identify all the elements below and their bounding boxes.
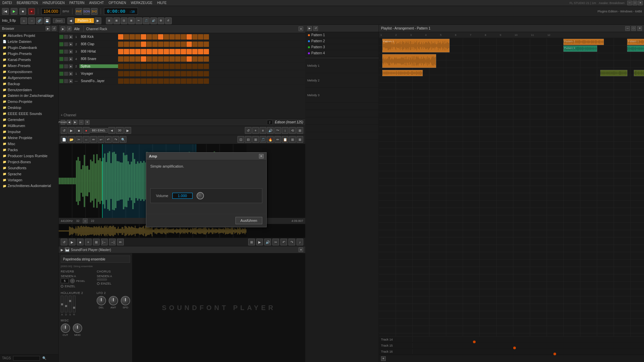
ed-bt-r2[interactable]: ⊞ xyxy=(93,239,100,245)
ed-r3-btn[interactable]: ≡ xyxy=(260,127,266,134)
tool3-button[interactable]: ⊡ xyxy=(121,17,127,24)
sf-hull-handle-r[interactable] xyxy=(73,307,75,309)
ed-next-btn[interactable]: ▶ xyxy=(73,120,77,125)
ed2-cut-btn[interactable]: ✂ xyxy=(75,136,82,143)
pad-sy-13[interactable] xyxy=(186,64,192,69)
pad-kick-2[interactable] xyxy=(124,34,129,40)
pad-hh-6[interactable] xyxy=(147,49,152,54)
tags-search-icon[interactable]: 🔍 xyxy=(42,356,46,360)
pad-kick-4[interactable] xyxy=(135,34,141,40)
pad-clap-12[interactable] xyxy=(181,42,186,47)
pad-sy-16[interactable] xyxy=(204,64,209,69)
sidebar-item-packs[interactable]: 📁 Packs xyxy=(0,147,58,153)
ed-bt-r11[interactable]: ↷ xyxy=(288,239,295,245)
ch-up-snare[interactable]: ▲ xyxy=(69,57,73,61)
sidebar-item-zerschnittenes[interactable]: 📁 Zerschnittenes Audiomaterial xyxy=(0,183,58,189)
pad-sf-6[interactable] xyxy=(147,78,152,84)
sf-hull-handle-d[interactable] xyxy=(65,305,67,307)
ch-name-hihat[interactable]: 808 HiHat xyxy=(79,50,118,53)
pad-kick-12[interactable] xyxy=(181,34,186,40)
sidebar-item-project-bones[interactable]: 📁 Project-Bones xyxy=(0,159,58,165)
snap-button[interactable]: ⌂ xyxy=(20,17,27,24)
pad-kick-6[interactable] xyxy=(147,34,152,40)
sf-lfo-spd-knob[interactable] xyxy=(121,296,130,305)
pad-sn-10[interactable] xyxy=(169,56,175,62)
song-mode-button[interactable]: SON xyxy=(83,8,90,15)
sidebar-item-mixer-presets[interactable]: 📁 Mixer-Presets xyxy=(0,63,58,69)
ch-solo-sytrus[interactable] xyxy=(64,64,68,68)
pad-sf-3[interactable] xyxy=(129,78,135,84)
sf-hull-slider-d[interactable] xyxy=(65,296,67,312)
amp-run-button[interactable]: Ausführen xyxy=(235,217,262,224)
sidebar-item-aktuelles-projekt[interactable]: 📁 Aktuelles Projekt xyxy=(0,33,58,39)
pad-sf-10[interactable] xyxy=(169,78,175,84)
ch-up-voyager[interactable]: ▲ xyxy=(69,72,73,76)
sf-misc-mod-knob[interactable] xyxy=(73,323,82,333)
pad-sf-7[interactable] xyxy=(152,78,158,84)
pad-clap-7[interactable] xyxy=(152,42,158,47)
menu-item-werkzeuge[interactable]: WERKZEUGE xyxy=(130,1,153,5)
ed-bt-r6[interactable]: ⊞ xyxy=(248,239,255,245)
ed2-r6-btn[interactable]: ✏ xyxy=(274,136,281,143)
ch-name-sytrus[interactable]: Sytrus xyxy=(79,64,118,68)
sidebar-item-demo-projekte[interactable]: 📁 Demo-Projekte xyxy=(0,99,58,105)
pad-hh-11[interactable] xyxy=(175,49,180,54)
ed2-redo-btn[interactable]: ↷ xyxy=(112,136,119,143)
bpm-display[interactable]: 104.000 xyxy=(41,8,60,15)
pad-sn-1[interactable] xyxy=(118,56,123,62)
ed2-r2-btn[interactable]: ⊟ xyxy=(245,136,252,143)
pad-sf-2[interactable] xyxy=(124,78,129,84)
ed-gain-btn[interactable]: ◀ xyxy=(108,127,115,134)
menu-item-datei[interactable]: DATEI xyxy=(1,1,13,5)
ed2-undo-btn[interactable]: ↶ xyxy=(105,136,112,143)
tool1-button[interactable]: ⊞ xyxy=(106,17,113,24)
pad-sn-13[interactable] xyxy=(186,56,192,62)
pad-clap-10[interactable] xyxy=(169,42,175,47)
pad-sf-11[interactable] xyxy=(175,78,180,84)
menu-item-optionen[interactable]: OPTIONEN xyxy=(108,1,127,5)
pad-sn-12[interactable] xyxy=(181,56,186,62)
pad-kick-15[interactable] xyxy=(198,34,203,40)
ch-up-hihat[interactable]: ▲ xyxy=(69,50,73,54)
pad-kick-10[interactable] xyxy=(169,34,175,40)
pad-kick-1[interactable] xyxy=(118,34,123,40)
tool2-button[interactable]: ⊠ xyxy=(113,17,120,24)
pad-vo-5[interactable] xyxy=(141,71,146,76)
pad-kick-9[interactable] xyxy=(164,34,169,40)
pad-sf-12[interactable] xyxy=(181,78,186,84)
sidebar-item-letzte-dateien[interactable]: 📄 Letzte Dateien xyxy=(0,39,58,45)
tool4-button[interactable]: ⊞ xyxy=(128,17,135,24)
maximize-button[interactable]: □ xyxy=(633,1,637,5)
ed2-r1-btn[interactable]: ⊡ xyxy=(237,136,244,143)
ed-r8-btn[interactable]: ⊞ xyxy=(297,127,303,134)
ch-solo-clap[interactable] xyxy=(64,42,68,46)
ed-bt-r5[interactable]: ✏ xyxy=(117,239,124,245)
ch-name-snare[interactable]: 808 Snare xyxy=(79,57,118,61)
pad-sn-15[interactable] xyxy=(198,56,203,62)
pad-sf-16[interactable] xyxy=(204,78,209,84)
amp-volume-input[interactable] xyxy=(172,193,193,199)
tool5-button[interactable]: ✂ xyxy=(136,17,142,24)
ed-bt-r9[interactable]: ✂ xyxy=(272,239,279,245)
cr-add-channel-btn[interactable]: + Channel xyxy=(61,113,76,117)
pad-sf-13[interactable] xyxy=(186,78,192,84)
ed-bt-r8[interactable]: 🔊 xyxy=(264,239,271,245)
link-button[interactable]: 🔗 xyxy=(36,17,43,24)
pad-vo-1[interactable] xyxy=(118,71,123,76)
pl-back-btn[interactable]: ↺ xyxy=(313,26,318,31)
pattern-item-1[interactable]: Pattern 1 xyxy=(305,32,379,38)
ed-stereo-btn[interactable]: ⊡ xyxy=(83,219,88,223)
play-button[interactable]: ▶ xyxy=(11,8,17,15)
ed-minimize-btn[interactable]: ─ xyxy=(79,120,84,125)
ed-bt-r7[interactable]: ▶ xyxy=(256,239,263,245)
pad-vo-15[interactable] xyxy=(198,71,203,76)
pad-kick-11[interactable] xyxy=(175,34,180,40)
pad-sy-3[interactable] xyxy=(129,64,135,69)
pad-kick-7[interactable] xyxy=(152,34,158,40)
ch-up-kick[interactable]: ▲ xyxy=(69,35,73,39)
ed2-r3-btn[interactable]: ⊞ xyxy=(252,136,259,143)
pad-clap-6[interactable] xyxy=(147,42,152,47)
ed-record-btn[interactable]: ● xyxy=(83,127,90,134)
sf-lfo-del-knob[interactable] xyxy=(97,296,106,305)
cr-expand-button[interactable]: ▶ xyxy=(61,26,65,31)
